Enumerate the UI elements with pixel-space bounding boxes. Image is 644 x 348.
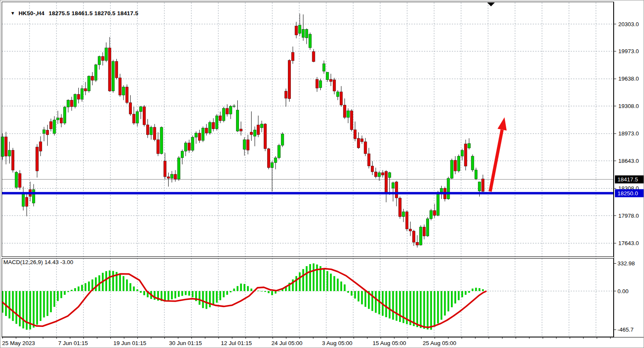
time-axis: 25 May 20237 Jun 01:1519 Jun 01:1530 Jun… xyxy=(2,337,644,346)
time-axis-label: 25 Aug 05:00 xyxy=(423,340,456,346)
price-axis-label: 18973.0 xyxy=(618,130,639,137)
price-axis-label: 18643.0 xyxy=(618,158,639,164)
panel-borders xyxy=(2,2,614,337)
price-axis-label: 17978.0 xyxy=(618,213,639,219)
candlestick-chart: 20303.019973.019638.019308.018973.018643… xyxy=(0,0,644,348)
macd-axis-label: 332.98 xyxy=(617,260,635,267)
svg-text:18250.0: 18250.0 xyxy=(617,190,638,197)
price-axis-label: 20303.0 xyxy=(618,21,639,27)
price-axis-label: 19308.0 xyxy=(618,103,639,109)
time-axis-label: 7 Jun 01:15 xyxy=(58,340,88,346)
macd-indicator-label: MACD(12,26,9) 14.43 -3.00 xyxy=(3,259,73,265)
candles-layer xyxy=(1,13,484,248)
trend-arrow[interactable] xyxy=(490,117,507,192)
time-axis-label: 12 Jul 01:15 xyxy=(221,340,252,346)
symbol-dropdown-icon[interactable]: ▼ xyxy=(11,11,15,16)
price-axis: 20303.019973.019638.019308.018973.018643… xyxy=(614,21,644,333)
price-axis-label: 17643.0 xyxy=(618,240,639,246)
macd-axis-label: 0.00 xyxy=(617,288,628,294)
time-axis-label: 15 Aug 05:00 xyxy=(373,340,406,346)
top-marker-icon xyxy=(487,3,495,6)
chart-title: ▼HK50-,H418275.5 18461.5 18270.5 18417.5 xyxy=(4,4,138,23)
support-line-18250[interactable] xyxy=(2,192,614,194)
ohlc-values: 18275.5 18461.5 18270.5 18417.5 xyxy=(49,10,139,16)
time-axis-label: 24 Jul 05:00 xyxy=(271,340,303,346)
macd-axis-label: -465.7 xyxy=(617,326,633,333)
price-axis-label: 19638.0 xyxy=(618,76,639,82)
time-axis-label: 25 May 2023 xyxy=(2,340,35,346)
svg-text:18417.5: 18417.5 xyxy=(617,176,638,183)
time-axis-label: 19 Jun 01:15 xyxy=(113,340,146,346)
macd-layer xyxy=(2,263,486,329)
time-axis-label: 30 Jun 01:15 xyxy=(169,340,202,346)
symbol-period-label: HK50-,H4 xyxy=(19,10,45,16)
trading-chart-window: 20303.019973.019638.019308.018973.018643… xyxy=(0,0,644,348)
time-axis-label: 3 Aug 05:00 xyxy=(322,340,352,346)
price-axis-label: 19973.0 xyxy=(618,48,639,54)
